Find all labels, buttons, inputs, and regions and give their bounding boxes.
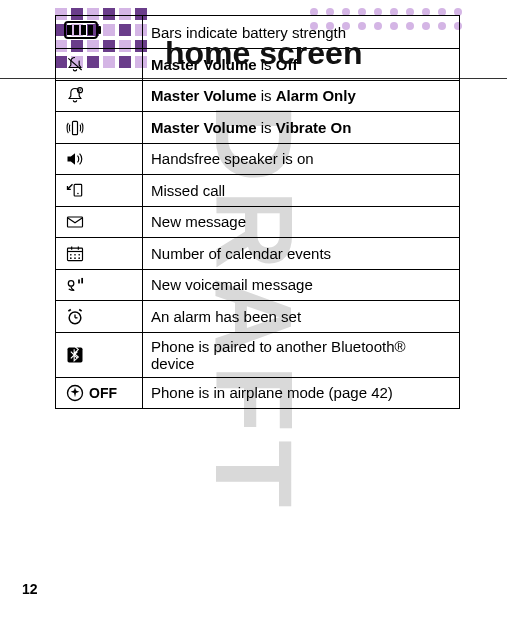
svg-rect-7 bbox=[68, 217, 83, 227]
svg-line-24 bbox=[68, 309, 71, 311]
bluetooth-icon bbox=[64, 345, 86, 365]
alarm-clock-icon bbox=[64, 307, 86, 327]
envelope-icon bbox=[64, 212, 86, 232]
svg-point-13 bbox=[74, 254, 76, 256]
battery-icon bbox=[64, 21, 98, 39]
description-cell: New voicemail message bbox=[143, 269, 460, 301]
svg-point-14 bbox=[78, 254, 80, 256]
airplane-icon bbox=[64, 383, 86, 403]
icon-cell bbox=[56, 332, 143, 377]
table-row: Missed call bbox=[56, 175, 460, 207]
table-row: OFFPhone is in airplane mode (page 42) bbox=[56, 377, 460, 409]
table-row: Number of calendar events bbox=[56, 238, 460, 270]
description-cell: Missed call bbox=[143, 175, 460, 207]
svg-rect-20 bbox=[81, 278, 83, 284]
svg-line-25 bbox=[79, 309, 82, 311]
icon-cell bbox=[56, 238, 143, 270]
svg-point-17 bbox=[78, 257, 80, 259]
svg-point-18 bbox=[68, 281, 74, 287]
svg-point-12 bbox=[70, 254, 72, 256]
page-title: home screen bbox=[165, 35, 362, 72]
description-cell: Phone is in airplane mode (page 42) bbox=[143, 377, 460, 409]
calendar-icon bbox=[64, 244, 86, 264]
icon-cell bbox=[56, 206, 143, 238]
missed-call-icon bbox=[64, 181, 86, 201]
table-row: New voicemail message bbox=[56, 269, 460, 301]
status-icons-table: Bars indicate battery strengthMaster Vol… bbox=[55, 15, 460, 409]
table-row: Phone is paired to another Bluetooth® de… bbox=[56, 332, 460, 377]
table-row: Handsfree speaker is on bbox=[56, 143, 460, 175]
svg-point-16 bbox=[74, 257, 76, 259]
description-cell: Handsfree speaker is on bbox=[143, 143, 460, 175]
svg-rect-19 bbox=[78, 280, 80, 284]
svg-point-15 bbox=[70, 257, 72, 259]
description-cell: New message bbox=[143, 206, 460, 238]
description-cell: Master Volume is Alarm Only bbox=[143, 80, 460, 112]
icon-cell bbox=[56, 143, 143, 175]
icon-cell: OFF bbox=[56, 377, 143, 409]
svg-point-6 bbox=[77, 192, 79, 194]
description-cell: An alarm has been set bbox=[143, 301, 460, 333]
icon-cell bbox=[56, 80, 143, 112]
table-row: Master Volume is Alarm Only bbox=[56, 80, 460, 112]
icon-cell bbox=[56, 112, 143, 144]
icon-cell bbox=[56, 16, 143, 49]
bell-alarm-icon bbox=[64, 86, 86, 106]
icon-cell bbox=[56, 49, 143, 81]
bell-off-icon bbox=[64, 55, 86, 75]
description-cell: Master Volume is Vibrate On bbox=[143, 112, 460, 144]
description-cell: Number of calendar events bbox=[143, 238, 460, 270]
icon-cell bbox=[56, 175, 143, 207]
speaker-icon bbox=[64, 149, 86, 169]
svg-rect-4 bbox=[73, 121, 78, 134]
icon-extra-label: OFF bbox=[89, 385, 117, 401]
table-row: New message bbox=[56, 206, 460, 238]
page-number: 12 bbox=[22, 581, 38, 597]
icon-cell bbox=[56, 301, 143, 333]
table-row: Master Volume is Vibrate On bbox=[56, 112, 460, 144]
vibrate-icon bbox=[64, 118, 86, 138]
icon-cell bbox=[56, 269, 143, 301]
table-row: An alarm has been set bbox=[56, 301, 460, 333]
voicemail-icon bbox=[64, 275, 86, 295]
description-cell: Phone is paired to another Bluetooth® de… bbox=[143, 332, 460, 377]
